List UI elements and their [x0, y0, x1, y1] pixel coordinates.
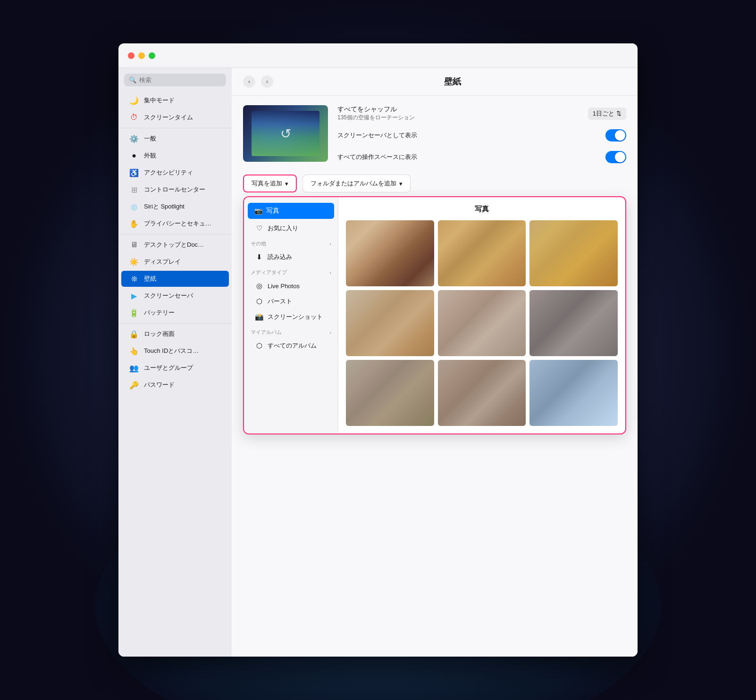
picker-item-favorites[interactable]: ♡ お気に入り — [248, 221, 334, 236]
sidebar-item-label: アクセシビリティ — [144, 168, 193, 177]
add-photo-label: 写真を追加 — [252, 179, 282, 188]
search-input[interactable] — [139, 76, 221, 83]
search-bar[interactable]: 🔍 — [124, 74, 226, 86]
users-icon: 👥 — [129, 363, 139, 373]
desktop-icon: 🖥 — [129, 240, 139, 250]
content-header: ‹ › 壁紙 — [232, 68, 638, 96]
wallpaper-top: ↺ すべてをシャッフル 135個の空撮をローテーション 1日ごと ⇅ — [243, 105, 626, 165]
all-spaces-toggle-row: すべての操作スペースに表示 — [337, 149, 626, 165]
sidebar-item-screensaver[interactable]: ▶ スクリーンセーバ — [121, 288, 229, 304]
picker-item-livephotos[interactable]: ◎ Live Photos — [248, 278, 334, 293]
section-label: マイアルバム — [251, 329, 282, 336]
action-buttons: 写真を追加 ▾ フォルダまたはアルバムを追加 ▾ — [243, 175, 626, 192]
photo-grid — [346, 220, 618, 426]
sidebar-item-label: 外観 — [144, 151, 156, 160]
sidebar-item-appearance[interactable]: ● 外観 — [121, 148, 229, 164]
picker-item-screenshot[interactable]: 📸 スクリーンショット — [248, 309, 334, 325]
wallpaper-icon: ❊ — [129, 274, 139, 284]
all-spaces-toggle-label: すべての操作スペースに表示 — [337, 153, 417, 161]
forward-button[interactable]: › — [261, 75, 273, 88]
close-button[interactable] — [128, 52, 134, 59]
picker-item-label: 読み込み — [268, 253, 292, 261]
screensaver-toggle[interactable] — [605, 129, 626, 142]
picker-item-label: 写真 — [266, 207, 279, 215]
picker-item-imports[interactable]: ⬇ 読み込み — [248, 250, 334, 265]
shuffle-label: すべてをシャッフル — [337, 105, 415, 114]
sidebar-item-siri[interactable]: ◎ Siriと Spotlight — [121, 199, 229, 215]
sidebar-item-label: 壁紙 — [144, 275, 156, 283]
screensaver-toggle-label: スクリーンセーバとして表示 — [337, 131, 417, 140]
sidebar-item-label: Touch IDとパスコ… — [144, 347, 199, 355]
photo-thumb[interactable] — [346, 360, 434, 426]
lock-icon: 🔒 — [129, 329, 139, 339]
sidebar-item-touchid[interactable]: 👆 Touch IDとパスコ… — [121, 343, 229, 359]
separator — [118, 128, 232, 128]
wallpaper-content: ↺ すべてをシャッフル 135個の空撮をローテーション 1日ごと ⇅ — [232, 96, 638, 657]
traffic-lights — [128, 52, 155, 59]
add-photo-button[interactable]: 写真を追加 ▾ — [243, 175, 297, 192]
photo-thumb[interactable] — [438, 360, 526, 426]
sidebar-item-label: ディスプレイ — [144, 258, 181, 266]
sidebar-item-focus[interactable]: 🌙 集中モード — [121, 92, 229, 108]
photo-thumb[interactable] — [529, 360, 618, 426]
section-label: メディアタイプ — [251, 269, 287, 276]
fullscreen-button[interactable] — [149, 52, 155, 59]
shuffle-frequency-selector[interactable]: 1日ごと ⇅ — [588, 108, 626, 120]
picker-title: 写真 — [346, 205, 618, 214]
sidebar-item-label: Siriと Spotlight — [144, 202, 185, 211]
photo-thumb[interactable] — [529, 220, 618, 286]
sidebar: 🔍 🌙 集中モード ⏱ スクリーンタイム ⚙️ 一般 ● 外観 ♿ — [118, 68, 232, 657]
sidebar-item-label: スクリーンタイム — [144, 113, 193, 122]
sidebar-item-label: デスクトップとDoc… — [144, 241, 204, 249]
sidebar-item-users[interactable]: 👥 ユーザとグループ — [121, 360, 229, 376]
refresh-icon: ↺ — [280, 126, 291, 142]
sidebar-item-battery[interactable]: 🔋 バッテリー — [121, 305, 229, 321]
sidebar-item-accessibility[interactable]: ♿ アクセシビリティ — [121, 165, 229, 181]
picker-item-allalbums[interactable]: ⬡ すべてのアルバム — [248, 338, 334, 353]
sidebar-item-label: プライバシーとセキュ… — [144, 219, 211, 228]
system-preferences-window: 🔍 🌙 集中モード ⏱ スクリーンタイム ⚙️ 一般 ● 外観 ♿ — [118, 43, 638, 657]
sidebar-item-wallpaper[interactable]: ❊ 壁紙 — [121, 271, 229, 287]
photo-thumb[interactable] — [438, 220, 526, 286]
chevron-down-icon: › — [329, 330, 331, 335]
picker-section-other: その他 › — [244, 236, 338, 249]
display-icon: ☀️ — [129, 257, 139, 267]
chevron-down-icon: › — [329, 270, 331, 275]
picker-item-burst[interactable]: ⬡ バースト — [248, 294, 334, 309]
accessibility-icon: ♿ — [129, 167, 139, 178]
screensaver-icon: ▶ — [129, 291, 139, 301]
photo-picker-popup: 📷 写真 ♡ お気に入り その他 › ⬇ 読み — [243, 196, 626, 434]
picker-item-label: スクリーンショット — [268, 313, 323, 321]
burst-icon: ⬡ — [254, 297, 264, 306]
controlcenter-icon: ⊞ — [129, 184, 139, 195]
sidebar-item-lock[interactable]: 🔒 ロック画面 — [121, 326, 229, 342]
sidebar-item-password[interactable]: 🔑 パスワード — [121, 377, 229, 393]
sidebar-item-privacy[interactable]: ✋ プライバシーとセキュ… — [121, 216, 229, 232]
photo-thumb[interactable] — [438, 290, 526, 356]
livephotos-icon: ◎ — [254, 282, 264, 290]
sidebar-item-desktop[interactable]: 🖥 デスクトップとDoc… — [121, 237, 229, 253]
minimize-button[interactable] — [138, 52, 145, 59]
photo-thumb[interactable] — [346, 290, 434, 356]
photo-thumb[interactable] — [529, 290, 618, 356]
section-label: その他 — [251, 240, 266, 247]
sidebar-item-label: ユーザとグループ — [144, 364, 193, 372]
sidebar-item-general[interactable]: ⚙️ 一般 — [121, 131, 229, 147]
add-folder-button[interactable]: フォルダまたはアルバムを追加 ▾ — [302, 175, 411, 192]
main-area: 🔍 🌙 集中モード ⏱ スクリーンタイム ⚙️ 一般 ● 外観 ♿ — [118, 68, 638, 657]
all-spaces-toggle[interactable] — [605, 151, 626, 163]
picker-item-label: Live Photos — [268, 283, 300, 290]
shuffle-sub: 135個の空撮をローテーション — [337, 114, 415, 122]
chevron-down-icon: › — [329, 241, 331, 247]
back-button[interactable]: ‹ — [243, 75, 255, 88]
screensaver-toggle-row: スクリーンセーバとして表示 — [337, 127, 626, 143]
sidebar-item-screentime[interactable]: ⏱ スクリーンタイム — [121, 109, 229, 125]
picker-item-photos[interactable]: 📷 写真 — [248, 203, 334, 219]
photo-thumb[interactable] — [346, 220, 434, 286]
separator — [118, 234, 232, 234]
sidebar-item-display[interactable]: ☀️ ディスプレイ — [121, 254, 229, 270]
sidebar-item-controlcenter[interactable]: ⊞ コントロールセンター — [121, 182, 229, 198]
sidebar-item-label: 一般 — [144, 134, 156, 143]
picker-section-myalbums: マイアルバム › — [244, 325, 338, 338]
albums-icon: ⬡ — [254, 342, 264, 350]
